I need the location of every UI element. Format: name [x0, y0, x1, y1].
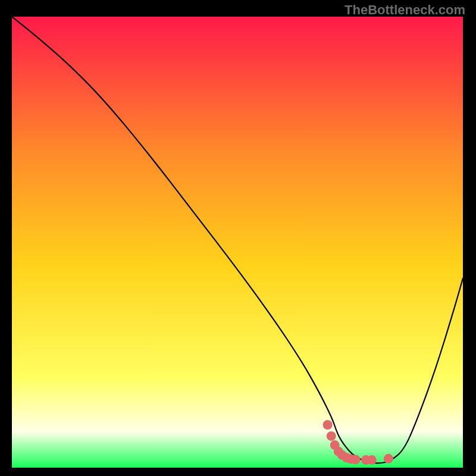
chart-container [12, 17, 463, 468]
data-marker [327, 431, 336, 441]
bottleneck-chart [12, 17, 463, 468]
data-marker [323, 420, 333, 430]
data-marker [384, 454, 393, 464]
data-marker [367, 455, 377, 465]
gradient-background [12, 17, 463, 468]
data-marker [351, 455, 361, 464]
watermark-text: TheBottleneck.com [345, 2, 465, 18]
